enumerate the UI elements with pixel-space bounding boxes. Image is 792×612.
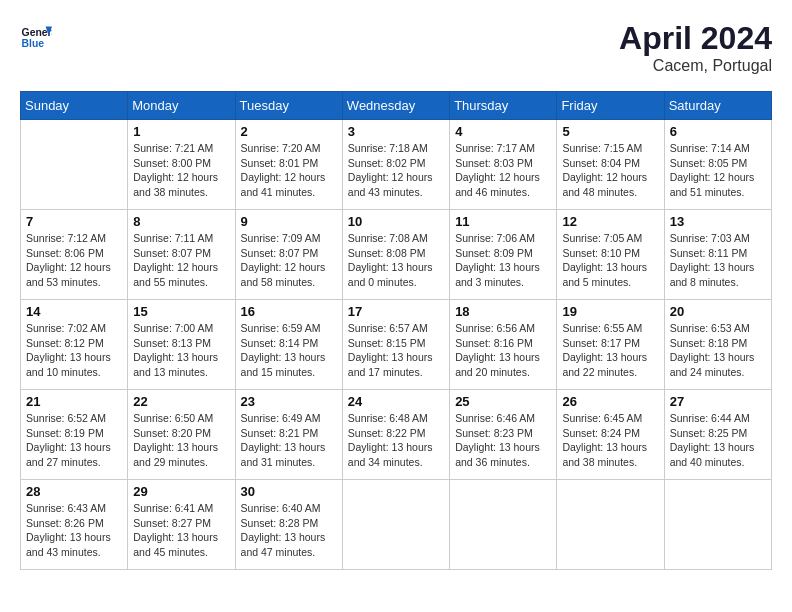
- page-header: General Blue April 2024 Cacem, Portugal: [20, 20, 772, 75]
- calendar-cell: 12Sunrise: 7:05 AMSunset: 8:10 PMDayligh…: [557, 210, 664, 300]
- calendar-cell: 27Sunrise: 6:44 AMSunset: 8:25 PMDayligh…: [664, 390, 771, 480]
- week-row-3: 14Sunrise: 7:02 AMSunset: 8:12 PMDayligh…: [21, 300, 772, 390]
- day-number: 13: [670, 214, 766, 229]
- day-number: 25: [455, 394, 551, 409]
- day-info: Sunrise: 6:41 AMSunset: 8:27 PMDaylight:…: [133, 501, 229, 560]
- calendar-cell: 25Sunrise: 6:46 AMSunset: 8:23 PMDayligh…: [450, 390, 557, 480]
- day-number: 30: [241, 484, 337, 499]
- weekday-header-friday: Friday: [557, 92, 664, 120]
- day-number: 26: [562, 394, 658, 409]
- week-row-5: 28Sunrise: 6:43 AMSunset: 8:26 PMDayligh…: [21, 480, 772, 570]
- calendar-cell: 13Sunrise: 7:03 AMSunset: 8:11 PMDayligh…: [664, 210, 771, 300]
- day-info: Sunrise: 6:50 AMSunset: 8:20 PMDaylight:…: [133, 411, 229, 470]
- calendar-cell: 4Sunrise: 7:17 AMSunset: 8:03 PMDaylight…: [450, 120, 557, 210]
- calendar-cell: [21, 120, 128, 210]
- calendar-cell: [450, 480, 557, 570]
- calendar-table: SundayMondayTuesdayWednesdayThursdayFrid…: [20, 91, 772, 570]
- weekday-header-tuesday: Tuesday: [235, 92, 342, 120]
- day-info: Sunrise: 6:53 AMSunset: 8:18 PMDaylight:…: [670, 321, 766, 380]
- week-row-4: 21Sunrise: 6:52 AMSunset: 8:19 PMDayligh…: [21, 390, 772, 480]
- day-number: 6: [670, 124, 766, 139]
- week-row-1: 1Sunrise: 7:21 AMSunset: 8:00 PMDaylight…: [21, 120, 772, 210]
- day-number: 12: [562, 214, 658, 229]
- calendar-cell: [342, 480, 449, 570]
- day-number: 15: [133, 304, 229, 319]
- day-info: Sunrise: 7:09 AMSunset: 8:07 PMDaylight:…: [241, 231, 337, 290]
- general-blue-logo-icon: General Blue: [20, 20, 52, 52]
- calendar-cell: 10Sunrise: 7:08 AMSunset: 8:08 PMDayligh…: [342, 210, 449, 300]
- day-info: Sunrise: 6:52 AMSunset: 8:19 PMDaylight:…: [26, 411, 122, 470]
- weekday-header-saturday: Saturday: [664, 92, 771, 120]
- month-year-title: April 2024: [619, 20, 772, 57]
- weekday-header-sunday: Sunday: [21, 92, 128, 120]
- day-number: 28: [26, 484, 122, 499]
- day-number: 18: [455, 304, 551, 319]
- calendar-cell: [557, 480, 664, 570]
- day-number: 20: [670, 304, 766, 319]
- day-info: Sunrise: 7:03 AMSunset: 8:11 PMDaylight:…: [670, 231, 766, 290]
- calendar-cell: 3Sunrise: 7:18 AMSunset: 8:02 PMDaylight…: [342, 120, 449, 210]
- day-number: 4: [455, 124, 551, 139]
- calendar-cell: 17Sunrise: 6:57 AMSunset: 8:15 PMDayligh…: [342, 300, 449, 390]
- day-info: Sunrise: 6:57 AMSunset: 8:15 PMDaylight:…: [348, 321, 444, 380]
- day-info: Sunrise: 6:49 AMSunset: 8:21 PMDaylight:…: [241, 411, 337, 470]
- week-row-2: 7Sunrise: 7:12 AMSunset: 8:06 PMDaylight…: [21, 210, 772, 300]
- weekday-header-monday: Monday: [128, 92, 235, 120]
- calendar-cell: 18Sunrise: 6:56 AMSunset: 8:16 PMDayligh…: [450, 300, 557, 390]
- calendar-cell: 9Sunrise: 7:09 AMSunset: 8:07 PMDaylight…: [235, 210, 342, 300]
- day-info: Sunrise: 7:00 AMSunset: 8:13 PMDaylight:…: [133, 321, 229, 380]
- day-info: Sunrise: 6:40 AMSunset: 8:28 PMDaylight:…: [241, 501, 337, 560]
- day-number: 16: [241, 304, 337, 319]
- weekday-header-row: SundayMondayTuesdayWednesdayThursdayFrid…: [21, 92, 772, 120]
- title-block: April 2024 Cacem, Portugal: [619, 20, 772, 75]
- day-info: Sunrise: 7:08 AMSunset: 8:08 PMDaylight:…: [348, 231, 444, 290]
- calendar-cell: [664, 480, 771, 570]
- day-number: 14: [26, 304, 122, 319]
- day-number: 9: [241, 214, 337, 229]
- calendar-cell: 21Sunrise: 6:52 AMSunset: 8:19 PMDayligh…: [21, 390, 128, 480]
- day-info: Sunrise: 6:59 AMSunset: 8:14 PMDaylight:…: [241, 321, 337, 380]
- day-number: 3: [348, 124, 444, 139]
- calendar-cell: 2Sunrise: 7:20 AMSunset: 8:01 PMDaylight…: [235, 120, 342, 210]
- day-number: 1: [133, 124, 229, 139]
- day-info: Sunrise: 7:20 AMSunset: 8:01 PMDaylight:…: [241, 141, 337, 200]
- day-info: Sunrise: 6:55 AMSunset: 8:17 PMDaylight:…: [562, 321, 658, 380]
- calendar-cell: 1Sunrise: 7:21 AMSunset: 8:00 PMDaylight…: [128, 120, 235, 210]
- calendar-cell: 15Sunrise: 7:00 AMSunset: 8:13 PMDayligh…: [128, 300, 235, 390]
- calendar-cell: 14Sunrise: 7:02 AMSunset: 8:12 PMDayligh…: [21, 300, 128, 390]
- day-info: Sunrise: 7:11 AMSunset: 8:07 PMDaylight:…: [133, 231, 229, 290]
- day-number: 22: [133, 394, 229, 409]
- day-number: 29: [133, 484, 229, 499]
- svg-text:Blue: Blue: [22, 38, 45, 49]
- calendar-cell: 5Sunrise: 7:15 AMSunset: 8:04 PMDaylight…: [557, 120, 664, 210]
- calendar-cell: 26Sunrise: 6:45 AMSunset: 8:24 PMDayligh…: [557, 390, 664, 480]
- calendar-cell: 6Sunrise: 7:14 AMSunset: 8:05 PMDaylight…: [664, 120, 771, 210]
- day-number: 27: [670, 394, 766, 409]
- day-info: Sunrise: 7:12 AMSunset: 8:06 PMDaylight:…: [26, 231, 122, 290]
- day-info: Sunrise: 6:43 AMSunset: 8:26 PMDaylight:…: [26, 501, 122, 560]
- calendar-cell: 22Sunrise: 6:50 AMSunset: 8:20 PMDayligh…: [128, 390, 235, 480]
- day-number: 21: [26, 394, 122, 409]
- day-info: Sunrise: 7:18 AMSunset: 8:02 PMDaylight:…: [348, 141, 444, 200]
- day-number: 10: [348, 214, 444, 229]
- calendar-cell: 28Sunrise: 6:43 AMSunset: 8:26 PMDayligh…: [21, 480, 128, 570]
- day-info: Sunrise: 7:15 AMSunset: 8:04 PMDaylight:…: [562, 141, 658, 200]
- day-info: Sunrise: 7:05 AMSunset: 8:10 PMDaylight:…: [562, 231, 658, 290]
- location-subtitle: Cacem, Portugal: [619, 57, 772, 75]
- day-number: 24: [348, 394, 444, 409]
- weekday-header-thursday: Thursday: [450, 92, 557, 120]
- day-info: Sunrise: 7:02 AMSunset: 8:12 PMDaylight:…: [26, 321, 122, 380]
- weekday-header-wednesday: Wednesday: [342, 92, 449, 120]
- day-info: Sunrise: 7:14 AMSunset: 8:05 PMDaylight:…: [670, 141, 766, 200]
- day-number: 8: [133, 214, 229, 229]
- calendar-cell: 29Sunrise: 6:41 AMSunset: 8:27 PMDayligh…: [128, 480, 235, 570]
- calendar-cell: 24Sunrise: 6:48 AMSunset: 8:22 PMDayligh…: [342, 390, 449, 480]
- day-number: 23: [241, 394, 337, 409]
- calendar-cell: 16Sunrise: 6:59 AMSunset: 8:14 PMDayligh…: [235, 300, 342, 390]
- day-info: Sunrise: 7:21 AMSunset: 8:00 PMDaylight:…: [133, 141, 229, 200]
- day-number: 2: [241, 124, 337, 139]
- calendar-cell: 30Sunrise: 6:40 AMSunset: 8:28 PMDayligh…: [235, 480, 342, 570]
- logo: General Blue: [20, 20, 52, 52]
- day-info: Sunrise: 7:06 AMSunset: 8:09 PMDaylight:…: [455, 231, 551, 290]
- calendar-cell: 19Sunrise: 6:55 AMSunset: 8:17 PMDayligh…: [557, 300, 664, 390]
